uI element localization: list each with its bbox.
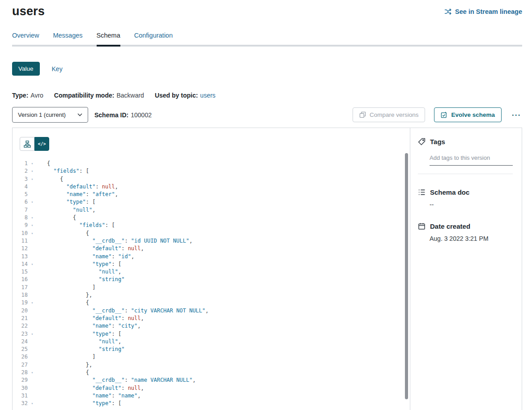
line-number: 4 [13, 183, 28, 191]
fold-spacer [29, 315, 35, 322]
fold-arrow-icon[interactable]: ▾ [29, 175, 35, 183]
evolve-schema-icon [441, 111, 447, 118]
tree-view-button[interactable] [20, 137, 34, 151]
used-by-topic-link[interactable]: users [200, 92, 215, 99]
tab-schema[interactable]: Schema [97, 32, 120, 45]
fold-arrow-icon[interactable]: ▾ [29, 160, 35, 167]
line-number: 18 [13, 291, 28, 299]
schema-meta-row: Type:Avro Compatibility mode:Backward Us… [12, 92, 522, 99]
fold-arrow-icon[interactable]: ▾ [29, 214, 35, 222]
date-created-header: Date created [418, 222, 513, 230]
more-options-button[interactable]: ⋯ [511, 111, 522, 119]
code-line: 21 "default": null, [13, 315, 410, 322]
line-number: 31 [13, 392, 28, 400]
code-view-button[interactable]: </> [34, 137, 49, 151]
evolve-schema-button[interactable]: Evolve schema [434, 107, 502, 122]
stream-lineage-link[interactable]: See in Stream lineage [444, 8, 522, 15]
code-line-content: "default": null, [35, 183, 118, 191]
add-tags-input[interactable] [430, 154, 513, 166]
value-toggle-button[interactable]: Value [12, 62, 40, 76]
code-line: 32▾ "type": [ [13, 400, 410, 407]
line-number: 9 [13, 222, 28, 229]
line-number: 26 [13, 353, 28, 361]
value-key-toggle: Value Key [12, 62, 522, 76]
code-line-content: "type": [ [35, 330, 121, 338]
code-line: 12 "default": null, [13, 245, 410, 252]
schema-code-pane: </> 1▾{2▾ "fields": [3▾ {4 "default": nu… [13, 128, 410, 410]
list-icon [418, 188, 426, 196]
code-line-content: ] [35, 353, 95, 361]
fold-spacer [29, 392, 35, 400]
code-line-content: { [35, 160, 50, 167]
date-created-value: Aug. 3 2022 3:21 PM [430, 235, 513, 242]
fold-arrow-icon[interactable]: ▾ [29, 400, 35, 407]
fold-arrow-icon[interactable]: ▾ [29, 222, 35, 229]
key-toggle-button[interactable]: Key [52, 65, 63, 73]
version-select[interactable]: Version 1 (current) [12, 107, 88, 123]
code-line-content: "default": null, [35, 384, 144, 392]
line-number: 22 [13, 322, 28, 330]
fold-spacer [29, 353, 35, 361]
editor-scrollbar-thumb[interactable] [405, 153, 408, 399]
schema-id-label: Schema ID: [94, 111, 128, 119]
line-number: 32 [13, 400, 28, 407]
tab-messages[interactable]: Messages [53, 32, 82, 45]
fold-spacer [29, 237, 35, 245]
tab-configuration[interactable]: Configuration [134, 32, 173, 45]
fold-arrow-icon[interactable]: ▾ [29, 230, 35, 237]
code-line-content: }, [35, 361, 92, 369]
schema-page: users See in Stream lineage Overview Mes… [0, 0, 532, 410]
fold-arrow-icon[interactable]: ▾ [29, 330, 35, 338]
schema-type-value: Avro [30, 92, 43, 99]
stream-lineage-icon [444, 8, 451, 15]
code-line: 20 "__crdb__": "city VARCHAR NOT NULL", [13, 307, 410, 315]
line-number: 28 [13, 369, 28, 376]
fold-arrow-icon[interactable]: ▾ [29, 299, 35, 307]
fold-arrow-icon[interactable]: ▾ [29, 369, 35, 376]
compare-versions-button[interactable]: Compare versions [353, 107, 426, 122]
line-number: 21 [13, 315, 28, 322]
code-line-content: ] [35, 284, 95, 291]
code-line-content: "name": "id", [35, 253, 134, 261]
compare-versions-label: Compare versions [370, 111, 419, 118]
editor-scrollbar[interactable] [405, 153, 408, 410]
code-line-content: "fields": [ [35, 167, 89, 175]
code-line: 14▾ "type": [ [13, 261, 410, 268]
fold-arrow-icon[interactable]: ▾ [29, 198, 35, 206]
code-line: 29 "__crdb__": "name VARCHAR NULL", [13, 376, 410, 384]
line-number: 17 [13, 284, 28, 291]
code-line: 2▾ "fields": [ [13, 167, 410, 175]
schema-code-editor[interactable]: 1▾{2▾ "fields": [3▾ {4 "default": null,5… [13, 160, 410, 408]
line-number: 1 [13, 160, 28, 167]
code-line: 23▾ "type": [ [13, 330, 410, 338]
code-line: 10▾ { [13, 230, 410, 237]
line-number: 11 [13, 237, 28, 245]
fold-arrow-icon[interactable]: ▾ [29, 261, 35, 268]
fold-arrow-icon[interactable]: ▾ [29, 167, 35, 175]
schema-doc-header: Schema doc [418, 188, 513, 196]
date-created-section: Date created Aug. 3 2022 3:21 PM [418, 222, 513, 242]
tab-overview[interactable]: Overview [12, 32, 39, 45]
code-line: 17 ] [13, 284, 410, 291]
line-number: 3 [13, 175, 28, 183]
code-line-content: "type": [ [35, 261, 121, 268]
code-line: 5 "name": "after", [13, 191, 410, 198]
code-line-content: "name": "after", [35, 191, 118, 198]
code-line: 16 "string" [13, 276, 410, 283]
used-by-topic-label: Used by topic: [155, 92, 198, 99]
line-number: 16 [13, 276, 28, 283]
schema-panel: </> 1▾{2▾ "fields": [3▾ {4 "default": nu… [12, 128, 522, 410]
code-line-content: "null", [35, 268, 121, 276]
line-number: 25 [13, 346, 28, 353]
line-number: 27 [13, 361, 28, 369]
code-line: 28▾ { [13, 369, 410, 376]
line-number: 24 [13, 338, 28, 346]
line-number: 19 [13, 299, 28, 307]
schema-toolbar: Version 1 (current) Schema ID:100002 C [12, 107, 522, 123]
calendar-icon [418, 222, 426, 230]
code-line: 22 "name": "city", [13, 322, 410, 330]
line-number: 14 [13, 261, 28, 268]
code-line: 15 "null", [13, 268, 410, 276]
tags-title: Tags [430, 138, 445, 145]
code-line: 26 ] [13, 353, 410, 361]
